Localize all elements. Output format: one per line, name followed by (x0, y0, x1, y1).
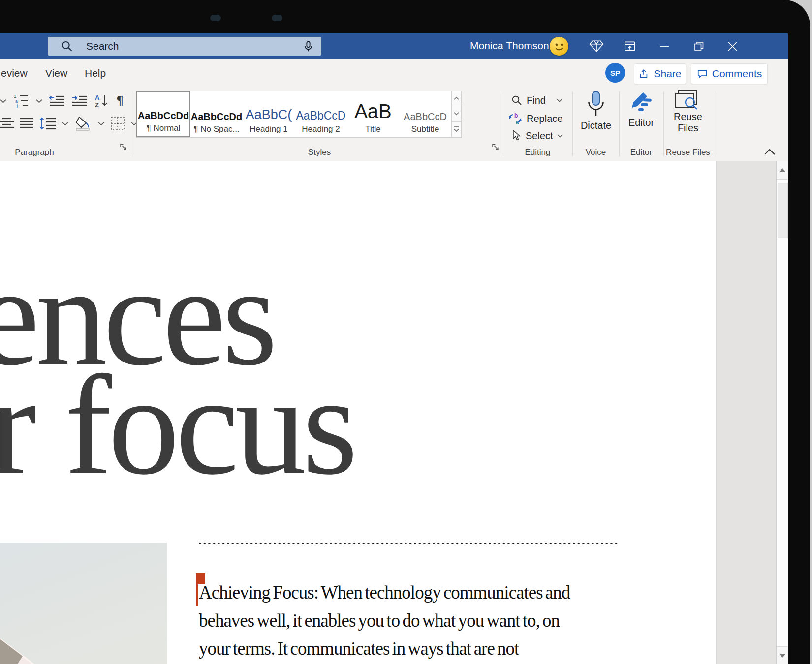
search-icon (61, 40, 73, 53)
select-button[interactable]: Select (511, 130, 563, 142)
document-canvas[interactable]: ences r focus Achieving Focus: When tech… (0, 161, 788, 664)
camera-dot (272, 15, 282, 21)
body-paragraph: Achieving Focus: When technology communi… (199, 578, 570, 664)
group-separator (130, 91, 130, 156)
paragraph-group-row2 (0, 116, 137, 131)
page-margin-background (716, 161, 777, 664)
paragraph-dialog-launcher[interactable] (120, 144, 128, 151)
search-input[interactable]: Search (48, 37, 321, 56)
scrollbar-thumb[interactable] (778, 183, 788, 238)
voice-group-label: Voice (572, 148, 619, 157)
vertical-scrollbar[interactable] (776, 161, 788, 664)
chevron-down-icon (557, 134, 563, 138)
style-title[interactable]: AaB Title (347, 91, 399, 137)
premium-diamond-icon[interactable] (587, 33, 606, 59)
style-heading-2[interactable]: AaBbCcD Heading 2 (295, 91, 347, 137)
restore-button[interactable] (689, 33, 709, 59)
styles-group-label: Styles (136, 148, 503, 157)
chevron-down-icon[interactable] (62, 121, 68, 126)
group-separator (572, 91, 573, 156)
share-button[interactable]: Share (634, 63, 686, 84)
svg-text:A: A (95, 94, 100, 101)
account-name[interactable]: Monica Thomson (470, 40, 549, 52)
search-placeholder: Search (86, 40, 119, 52)
styles-more-button[interactable] (452, 122, 461, 137)
avatar[interactable] (550, 37, 568, 56)
presence-badge[interactable]: SP (605, 63, 625, 83)
svg-text:i: i (17, 104, 18, 108)
svg-text:1: 1 (14, 94, 16, 99)
chevron-down-icon (557, 98, 562, 102)
camera-dot (210, 15, 221, 21)
svg-text:a: a (15, 99, 18, 104)
dictate-button[interactable]: Dictate (576, 91, 616, 131)
title-bar: Search Monica Thomson (0, 33, 788, 59)
find-icon (511, 94, 523, 106)
tab-view[interactable]: View (45, 59, 67, 88)
style-subtitle[interactable]: AaBbCcD Subtitle (399, 91, 451, 137)
body-line: behaves well, it enables you to do what … (199, 606, 570, 634)
editor-pen-icon (628, 91, 654, 116)
line-spacing-icon[interactable] (39, 117, 56, 130)
paragraph-group-label: Paragraph (0, 148, 128, 157)
ribbon-tab-row: eview View Help SP Share Comments (0, 59, 788, 88)
group-separator (619, 91, 620, 156)
styles-gallery-scroll (451, 91, 461, 137)
scroll-up-button[interactable] (777, 161, 788, 180)
collapse-ribbon-icon[interactable] (764, 149, 776, 155)
show-formatting-marks-icon[interactable]: ¶ (116, 94, 124, 108)
ribbon-display-options-button[interactable] (620, 33, 640, 59)
increase-indent-icon[interactable] (72, 94, 88, 107)
reuse-group-label: Reuse Files (663, 148, 713, 157)
select-cursor-icon (511, 130, 522, 142)
tab-review[interactable]: eview (1, 59, 28, 88)
minimize-button[interactable] (655, 33, 674, 59)
styles-dialog-launcher[interactable] (492, 144, 500, 151)
scroll-down-button[interactable] (777, 646, 788, 664)
paragraph-group-row1: 1ai AZ ¶ (0, 93, 124, 108)
group-separator (503, 91, 503, 156)
style-heading-1[interactable]: AaBbC( Heading 1 (243, 91, 295, 137)
document-heading-line2: r focus (0, 354, 354, 497)
style-normal[interactable]: AaBbCcDd ¶ Normal (136, 91, 190, 137)
style-no-spacing[interactable]: AaBbCcDd ¶ No Spac... (190, 91, 243, 137)
reuse-files-button[interactable]: Reuse Files (666, 90, 710, 134)
comments-button[interactable]: Comments (691, 63, 768, 84)
chevron-down-icon[interactable] (36, 99, 42, 103)
comment-icon (697, 68, 708, 79)
ribbon: 1ai AZ ¶ (0, 88, 788, 162)
sort-icon[interactable]: AZ (94, 93, 109, 108)
section-divider-dotted (199, 542, 619, 545)
dictate-mic-icon (585, 91, 607, 118)
tab-help[interactable]: Help (85, 59, 106, 88)
share-icon (638, 68, 649, 79)
align-center-icon[interactable] (0, 117, 14, 130)
editor-button[interactable]: Editor (622, 91, 660, 128)
group-separator (713, 91, 713, 156)
chevron-down-icon[interactable] (0, 99, 6, 103)
svg-text:b: b (514, 112, 518, 119)
close-button[interactable] (722, 33, 742, 59)
body-line: your terms. It communicates in ways that… (199, 634, 570, 663)
multilevel-list-icon[interactable]: 1ai (13, 93, 29, 108)
decrease-indent-icon[interactable] (49, 94, 65, 107)
scroll-down-arrow-icon (779, 654, 786, 658)
group-separator (663, 91, 664, 156)
editor-group-label: Editor (619, 148, 663, 157)
document-image-building[interactable] (0, 543, 167, 664)
editing-group-label: Editing (503, 148, 572, 157)
device-photo: Search Monica Thomson (0, 0, 812, 664)
styles-scroll-down-button[interactable] (452, 106, 461, 121)
replace-icon: bc (509, 112, 523, 125)
microphone-icon[interactable] (302, 40, 314, 53)
styles-scroll-up-button[interactable] (452, 91, 461, 106)
justify-icon[interactable] (20, 117, 33, 130)
replace-button[interactable]: bc Replace (509, 112, 562, 125)
collaborator-flag-red (198, 573, 205, 584)
scroll-up-arrow-icon (779, 168, 786, 172)
shading-icon[interactable] (74, 116, 92, 131)
borders-icon[interactable] (110, 116, 125, 131)
find-button[interactable]: Find (511, 94, 562, 106)
chevron-down-icon[interactable] (98, 121, 104, 126)
word-window: Search Monica Thomson (0, 33, 788, 664)
